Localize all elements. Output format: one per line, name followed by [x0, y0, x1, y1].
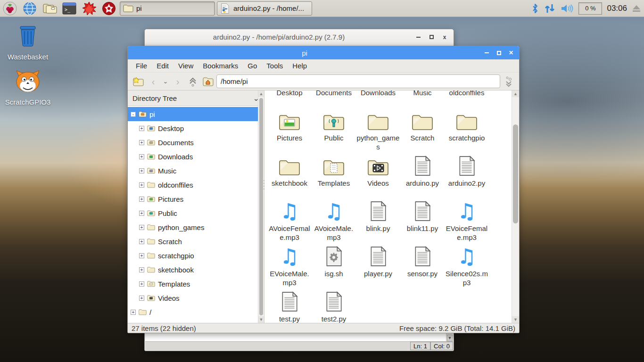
- home-button[interactable]: [201, 75, 215, 88]
- file-item-isgsh[interactable]: isg.sh: [312, 244, 356, 289]
- tree-item-desktop[interactable]: + Desktop: [128, 121, 264, 135]
- path-input[interactable]: [216, 74, 500, 88]
- expand-toggle-icon[interactable]: +: [139, 296, 144, 301]
- tree-item-[interactable]: + /: [128, 305, 264, 319]
- new-tab-button[interactable]: [132, 75, 145, 88]
- tree-item-pi[interactable]: - pi: [128, 107, 264, 121]
- file-item-avoicemalemp3[interactable]: ♫AVoiceMale.mp3: [312, 199, 356, 244]
- file-item-public[interactable]: Public: [312, 108, 356, 154]
- tree-item-public[interactable]: + Public: [128, 206, 264, 220]
- tree-item-pythongames[interactable]: + python_games: [128, 220, 264, 234]
- view-scrollbar[interactable]: ▲ ▼: [512, 90, 519, 323]
- expand-toggle-icon[interactable]: +: [139, 140, 144, 145]
- tree-item-oldconffiles[interactable]: + oldconffiles: [128, 178, 264, 192]
- scroll-down-arrow-icon[interactable]: ▼: [258, 316, 264, 323]
- expand-toggle-icon[interactable]: +: [139, 182, 144, 188]
- file-item-evoicefemalemp3[interactable]: ♫EVoiceFemale.mp3: [445, 199, 489, 244]
- tree-item-templates[interactable]: + Templates: [128, 277, 264, 291]
- file-item-playerpy[interactable]: player.py: [356, 244, 400, 289]
- up-button[interactable]: [186, 75, 199, 88]
- expand-toggle-icon[interactable]: +: [139, 168, 144, 173]
- tree-scrollbar[interactable]: ▲ ▼: [258, 90, 264, 323]
- expand-toggle-icon[interactable]: +: [139, 239, 144, 244]
- fm-close-button[interactable]: ✕: [506, 49, 516, 57]
- file-item-videos[interactable]: Videos: [356, 154, 400, 199]
- cpu-monitor[interactable]: 0 %: [578, 2, 602, 15]
- launcher-terminal[interactable]: >_: [62, 1, 76, 16]
- forward-button[interactable]: ›: [171, 75, 184, 88]
- volume-icon[interactable]: [561, 3, 574, 14]
- fm-icon-view[interactable]: Desktop Documents Downloads Music oldcon…: [264, 90, 519, 323]
- idle-maximize-button[interactable]: [426, 33, 437, 41]
- file-item-music[interactable]: Music: [400, 90, 445, 108]
- idle-minimize-button[interactable]: [413, 33, 423, 41]
- task-button-pi[interactable]: pi: [120, 1, 215, 16]
- file-item-pictures[interactable]: Pictures: [267, 108, 312, 154]
- launcher-raspberry-menu[interactable]: [3, 1, 17, 16]
- menu-tools[interactable]: Tools: [262, 60, 287, 71]
- clock[interactable]: 03:06: [607, 4, 627, 13]
- fm-maximize-button[interactable]: [494, 49, 504, 57]
- tree-item-music[interactable]: + Music: [128, 164, 264, 178]
- scroll-up-arrow-icon[interactable]: ▲: [258, 90, 264, 97]
- menu-help[interactable]: Help: [288, 60, 311, 71]
- network-arrows-icon[interactable]: [544, 3, 556, 14]
- fm-minimize-button[interactable]: [481, 49, 492, 57]
- file-item-templates[interactable]: Templates: [312, 154, 356, 199]
- file-item-sketchbook[interactable]: sketchbook: [267, 154, 312, 199]
- expand-toggle-icon[interactable]: +: [139, 281, 144, 287]
- back-history-dropdown[interactable]: ⌄: [162, 75, 169, 88]
- bluetooth-icon[interactable]: [531, 3, 539, 14]
- view-scrollbar-thumb[interactable]: [513, 124, 518, 223]
- tree-item-downloads[interactable]: + Downloads: [128, 149, 264, 164]
- scroll-down-arrow-icon[interactable]: ▼: [512, 316, 519, 323]
- file-item-arduino2py[interactable]: arduino2.py: [445, 154, 489, 199]
- expand-toggle-icon[interactable]: +: [139, 211, 144, 216]
- expand-toggle-icon[interactable]: +: [139, 225, 144, 230]
- expand-toggle-icon[interactable]: +: [131, 310, 136, 315]
- file-item-evoicemalemp3[interactable]: ♫EVoiceMale.mp3: [267, 244, 312, 289]
- file-item-sensorpy[interactable]: sensor.py: [400, 244, 445, 289]
- scroll-up-arrow-icon[interactable]: ▲: [512, 90, 519, 97]
- expand-toggle-icon[interactable]: +: [139, 197, 144, 202]
- tree-scrollbar-thumb[interactable]: [259, 98, 263, 315]
- idle-close-button[interactable]: x: [439, 33, 450, 41]
- file-item-arduinopy[interactable]: arduino.py: [400, 154, 445, 199]
- file-item-scratchgpio[interactable]: scratchgpio: [445, 108, 489, 154]
- file-item-pythongames[interactable]: python_games: [356, 108, 400, 154]
- menu-file[interactable]: File: [132, 60, 151, 71]
- side-pane-mode-selector[interactable]: Directory Tree ⌄: [128, 90, 264, 106]
- file-item-blinkpy[interactable]: blink.py: [356, 199, 400, 244]
- location-options-icon[interactable]: [502, 75, 515, 88]
- launcher-mathematica[interactable]: [82, 1, 96, 16]
- file-item-desktop[interactable]: Desktop: [267, 90, 312, 108]
- file-item-silence02smp3[interactable]: ♫Silence02s.mp3: [445, 244, 489, 289]
- expand-toggle-icon[interactable]: +: [139, 267, 144, 272]
- file-item-oldconffiles[interactable]: oldconffiles: [445, 90, 489, 108]
- tree-item-scratch[interactable]: + Scratch: [128, 234, 264, 248]
- expand-toggle-icon[interactable]: +: [139, 154, 144, 159]
- collapse-toggle-icon[interactable]: -: [131, 112, 136, 117]
- file-item-scratch[interactable]: Scratch: [400, 108, 445, 154]
- tree-item-documents[interactable]: + Documents: [128, 135, 264, 149]
- launcher-web-browser[interactable]: [23, 1, 37, 16]
- fm-titlebar[interactable]: pi ✕: [128, 46, 519, 59]
- menu-go[interactable]: Go: [243, 60, 261, 71]
- task-button-arduino2[interactable]: arduino2.py - /home/...: [217, 1, 312, 16]
- scroll-down-arrow-icon[interactable]: ▼: [447, 335, 453, 341]
- menu-view[interactable]: View: [174, 60, 198, 71]
- expand-toggle-icon[interactable]: +: [139, 253, 144, 258]
- menu-edit[interactable]: Edit: [152, 60, 173, 71]
- expand-toggle-icon[interactable]: +: [139, 126, 144, 131]
- launcher-file-manager[interactable]: [42, 1, 57, 16]
- desktop-icon-scratchgpio3[interactable]: ScratchGPIO3: [2, 70, 54, 106]
- file-item-blink11py[interactable]: blink11.py: [400, 199, 445, 244]
- tree-item-pictures[interactable]: + Pictures: [128, 192, 264, 206]
- eject-icon[interactable]: [632, 4, 641, 13]
- file-item-test2py[interactable]: test2.py: [312, 289, 356, 323]
- desktop-icon-wastebasket[interactable]: Wastebasket: [2, 23, 54, 61]
- idle-titlebar[interactable]: arduino2.py - /home/pi/arduino2.py (2.7.…: [145, 29, 454, 45]
- file-item-documents[interactable]: Documents: [312, 90, 356, 108]
- file-item-downloads[interactable]: Downloads: [356, 90, 400, 108]
- back-button[interactable]: ‹: [147, 75, 160, 88]
